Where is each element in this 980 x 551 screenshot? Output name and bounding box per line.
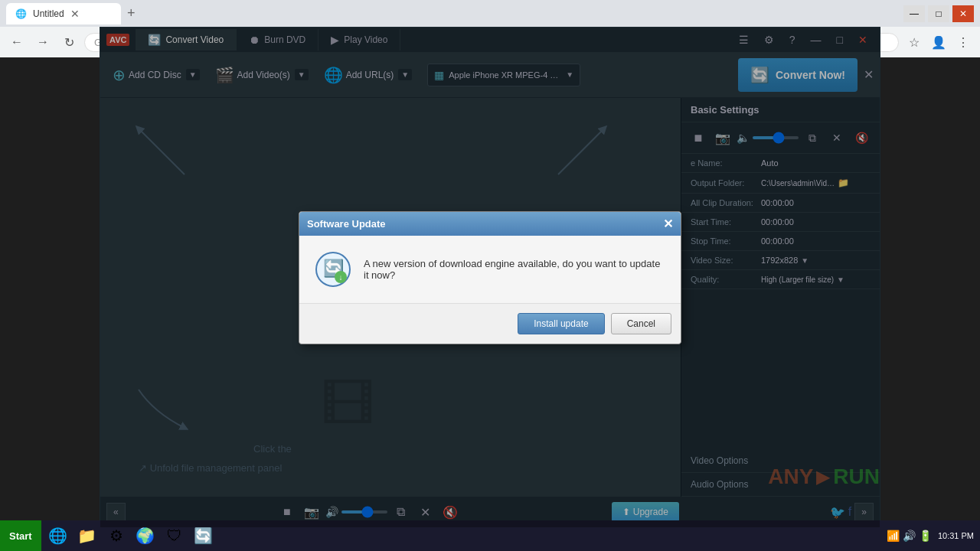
folder-icon: 📁 [77, 527, 96, 545]
clock-time: 10:31 PM [938, 531, 974, 540]
dialog-close-button[interactable]: ✕ [663, 217, 673, 231]
dialog-body: 🔄 ↓ A new version of download engine ava… [299, 236, 681, 303]
chrome-icon: 🌍 [136, 527, 155, 545]
battery-icon: 🔋 [919, 530, 932, 542]
settings-taskbar-icon: ⚙ [109, 527, 123, 545]
browser-tab-favicon: 🌐 [15, 8, 27, 19]
new-tab-button[interactable]: + [127, 5, 136, 21]
dialog-overlay: Software Update ✕ 🔄 ↓ A new version of d… [100, 28, 880, 527]
start-button[interactable]: Start [0, 520, 41, 551]
dialog-update-icon: 🔄 ↓ [315, 251, 351, 288]
volume-icon: 🔊 [903, 530, 916, 542]
av-icon: 🛡 [167, 527, 182, 545]
nav-refresh[interactable]: ↻ [58, 31, 80, 53]
network-icon: 📶 [887, 530, 900, 542]
browser-close[interactable]: ✕ [952, 5, 974, 22]
system-tray: 📶 🔊 🔋 [887, 530, 932, 542]
browser-minimize[interactable]: — [903, 5, 925, 22]
browser-menu[interactable]: ⋮ [952, 31, 974, 53]
software-update-dialog: Software Update ✕ 🔄 ↓ A new version of d… [299, 211, 681, 344]
start-label: Start [9, 530, 32, 542]
dialog-message: A new version of download engine availab… [364, 258, 665, 281]
ie-icon: 🌐 [48, 527, 67, 545]
taskbar-time: 10:31 PM [938, 531, 974, 540]
browser-maximize[interactable]: □ [928, 5, 949, 22]
taskbar-ie[interactable]: 🌐 [44, 522, 72, 549]
browser-tab[interactable]: 🌐 Untitled ✕ [6, 3, 121, 24]
browser-profile[interactable]: 👤 [928, 31, 949, 53]
browser-tab-title: Untitled [33, 8, 64, 19]
browser-chrome: 🌐 Untitled ✕ + — □ ✕ [0, 0, 980, 27]
dialog-title-text: Software Update [307, 218, 386, 230]
taskbar-right: 📶 🔊 🔋 10:31 PM [880, 530, 980, 542]
dialog-title-bar: Software Update ✕ [299, 212, 681, 236]
nav-back[interactable]: ← [6, 31, 28, 53]
taskbar-explorer[interactable]: 📁 [74, 522, 101, 549]
install-update-button[interactable]: Install update [518, 313, 604, 334]
dialog-footer: Install update Cancel [299, 303, 681, 344]
nav-forward[interactable]: → [32, 31, 54, 53]
cancel-update-button[interactable]: Cancel [611, 313, 671, 334]
svg-text:↓: ↓ [339, 273, 343, 282]
browser-tab-close[interactable]: ✕ [70, 8, 80, 20]
browser-star[interactable]: ☆ [903, 31, 925, 53]
avc-taskbar-icon: 🔄 [194, 527, 213, 545]
avc-app-window: AVC 🔄 Convert Video ⏺ Burn DVD ▶ Play Vi… [100, 27, 880, 528]
